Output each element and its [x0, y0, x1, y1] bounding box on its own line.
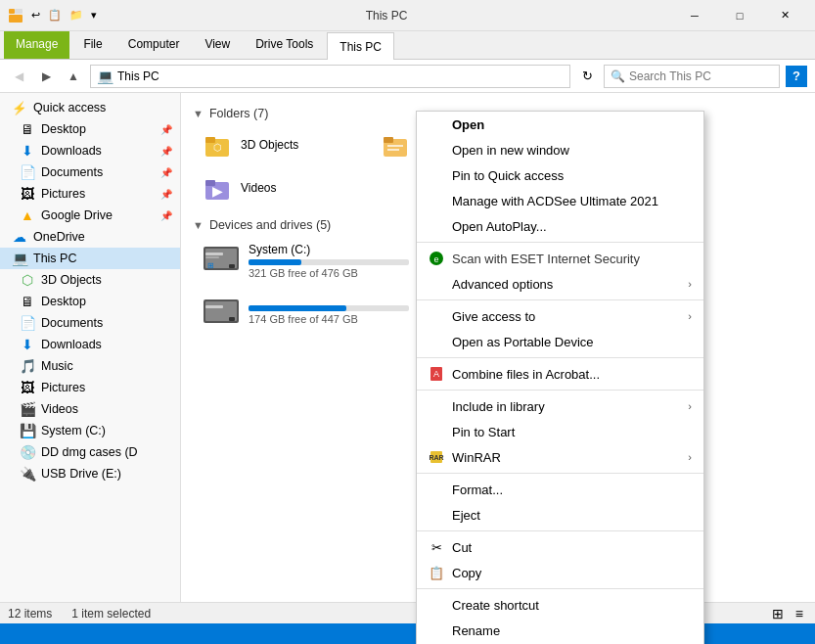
3d-objects-icon: ⬡ — [202, 129, 233, 161]
desktop-icon: 🖥 — [20, 121, 35, 137]
tab-computer[interactable]: Computer — [116, 31, 192, 59]
cm-create-shortcut[interactable]: Create shortcut — [417, 592, 703, 618]
cm-acdsee[interactable]: Manage with ACDSee Ultimate 2021 — [417, 188, 703, 213]
cm-format[interactable]: Format... — [417, 477, 703, 502]
acrobat-icon: A — [429, 366, 444, 382]
cm-give-access[interactable]: Give access to › — [417, 303, 703, 329]
close-button[interactable] — [762, 0, 807, 31]
cm-autoplay[interactable]: Open AutoPlay... — [417, 213, 703, 239]
minimize-button[interactable] — [672, 0, 717, 31]
drive-item-unknown[interactable]: 174 GB free of 447 GB — [193, 289, 418, 338]
svg-rect-8 — [387, 145, 403, 147]
sidebar-item-quick-access[interactable]: ⚡ Quick access — [0, 97, 180, 118]
grid-item-videos[interactable]: ▶ Videos — [193, 167, 369, 208]
cm-portable-device[interactable]: Open as Portable Device — [417, 329, 703, 354]
address-path[interactable]: 💻 This PC — [90, 65, 570, 88]
cm-give-access-label: Give access to — [452, 309, 535, 324]
folders-header-label: Folders (7) — [209, 107, 268, 120]
sidebar-label-downloads2: Downloads — [41, 338, 102, 351]
forward-button[interactable]: ▶ — [35, 66, 57, 87]
cm-copy[interactable]: 📋 Copy — [417, 560, 703, 585]
unknown-drive-info: 174 GB free of 447 GB — [249, 302, 409, 325]
drive-item-system-c[interactable]: ⊞ System (C:) 321 GB free of 476 GB — [193, 236, 418, 285]
sidebar-label-desktop: Desktop — [41, 122, 86, 136]
sidebar-item-desktop2[interactable]: 🖥 Desktop — [0, 291, 180, 312]
advanced-icon — [429, 276, 444, 292]
cm-eset[interactable]: e Scan with ESET Internet Security — [417, 246, 703, 271]
sidebar-item-googledrive[interactable]: ▲ Google Drive 📌 — [0, 205, 180, 226]
drives-chevron: ▼ — [193, 219, 204, 231]
tab-this-pc[interactable]: This PC — [327, 32, 394, 60]
tab-drive-tools[interactable]: Drive Tools — [244, 31, 325, 59]
svg-text:⊞: ⊞ — [207, 261, 214, 270]
new-window-icon — [429, 142, 444, 158]
search-input[interactable] — [629, 69, 773, 83]
cm-open-new-window[interactable]: Open in new window — [417, 137, 703, 162]
sidebar-item-downloads[interactable]: ⬇ Downloads 📌 — [0, 140, 180, 161]
desktop2-icon: 🖥 — [20, 294, 35, 309]
sidebar-item-pictures[interactable]: 🖼 Pictures 📌 — [0, 183, 180, 205]
system-c-bar — [249, 259, 301, 265]
sidebar-label-pictures2: Pictures — [41, 381, 85, 394]
properties-button[interactable]: 📋 — [44, 7, 66, 23]
maximize-button[interactable] — [717, 0, 762, 31]
sidebar-item-system-c[interactable]: 💾 System (C:) — [0, 420, 180, 441]
cm-rename[interactable]: Rename — [417, 618, 703, 643]
up-button[interactable]: ▲ — [63, 66, 84, 87]
sidebar-label-quick-access: Quick access — [33, 101, 106, 115]
cm-winrar[interactable]: RAR WinRAR › — [417, 444, 703, 470]
svg-text:⬡: ⬡ — [213, 142, 222, 153]
qat-dropdown-button[interactable]: ▾ — [87, 7, 101, 23]
cm-cut[interactable]: ✂ Cut — [417, 534, 703, 560]
sidebar-label-onedrive: OneDrive — [33, 230, 85, 244]
new-folder-button[interactable]: 📁 — [66, 7, 87, 23]
sidebar-item-dd-dmg[interactable]: 💿 DD dmg cases (D — [0, 441, 180, 463]
undo-button[interactable]: ↩ — [27, 7, 44, 23]
help-button[interactable]: ? — [786, 66, 807, 87]
list-view-button[interactable]: ≡ — [792, 604, 807, 623]
refresh-button[interactable]: ↻ — [576, 66, 598, 87]
cm-pin-quick-access[interactable]: Pin to Quick access — [417, 162, 703, 188]
cm-include-library[interactable]: Include in library › — [417, 393, 703, 419]
sidebar-item-3d-objects[interactable]: ⬡ 3D Objects — [0, 269, 180, 291]
tab-view[interactable]: View — [193, 31, 242, 59]
cm-pin-start[interactable]: Pin to Start — [417, 419, 703, 444]
svg-rect-0 — [9, 9, 15, 14]
sidebar-item-videos[interactable]: 🎬 Videos — [0, 398, 180, 420]
context-menu: Open Open in new window Pin to Quick acc… — [416, 111, 704, 644]
unknown-drive-icon — [202, 294, 241, 333]
cm-portable-label: Open as Portable Device — [452, 335, 594, 349]
advanced-arrow-icon: › — [688, 278, 692, 290]
sidebar-item-documents2[interactable]: 📄 Documents — [0, 312, 180, 334]
cm-eject[interactable]: Eject — [417, 502, 703, 528]
tab-file[interactable]: File — [71, 31, 113, 59]
cm-advanced-options[interactable]: Advanced options › — [417, 271, 703, 297]
back-button[interactable]: ◀ — [8, 66, 29, 87]
sidebar-item-usb[interactable]: 🔌 USB Drive (E:) — [0, 463, 180, 484]
sidebar-item-music[interactable]: 🎵 Music — [0, 355, 180, 377]
pin-icon: 📌 — [160, 124, 172, 135]
sidebar-item-onedrive[interactable]: ☁ OneDrive — [0, 226, 180, 248]
library-icon — [429, 398, 444, 414]
cm-sep-4 — [417, 390, 703, 391]
give-access-icon — [429, 308, 444, 324]
sidebar-item-pictures2[interactable]: 🖼 Pictures — [0, 377, 180, 398]
cm-open[interactable]: Open — [417, 112, 703, 137]
sidebar: ⚡ Quick access 🖥 Desktop 📌 ⬇ Downloads 📌… — [0, 93, 181, 602]
pin-quick-icon — [429, 167, 444, 183]
ribbon: Manage File Computer View Drive Tools Th… — [0, 31, 815, 60]
cm-rename-label: Rename — [452, 623, 500, 638]
grid-view-button[interactable]: ⊞ — [768, 604, 788, 623]
pin-start-icon — [429, 424, 444, 439]
sidebar-item-documents[interactable]: 📄 Documents 📌 — [0, 161, 180, 183]
tab-manage[interactable]: Manage — [4, 31, 69, 59]
sidebar-item-this-pc[interactable]: 💻 This PC — [0, 248, 180, 269]
cm-acrobat[interactable]: A Combine files in Acrobat... — [417, 361, 703, 387]
cm-sep-6 — [417, 530, 703, 531]
grid-item-3d-objects[interactable]: ⬡ 3D Objects — [193, 124, 369, 165]
system-c-drive-info: System (C:) 321 GB free of 476 GB — [249, 243, 409, 279]
path-text: This PC — [117, 69, 159, 83]
sidebar-item-desktop[interactable]: 🖥 Desktop 📌 — [0, 118, 180, 140]
unknown-bar — [249, 305, 346, 311]
sidebar-item-downloads2[interactable]: ⬇ Downloads — [0, 334, 180, 355]
